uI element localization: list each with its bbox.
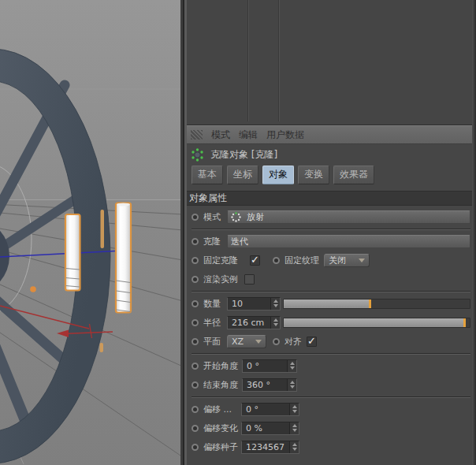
radial-mode-icon bbox=[231, 212, 244, 222]
group-separator bbox=[192, 229, 470, 230]
render-instances-checkbox[interactable] bbox=[244, 274, 255, 285]
keyframe-dot[interactable] bbox=[192, 425, 199, 432]
keyframe-dot[interactable] bbox=[192, 406, 199, 413]
radius-field[interactable]: 216 cm bbox=[227, 316, 281, 329]
chevron-down-icon bbox=[255, 340, 262, 344]
spin-up-icon[interactable] bbox=[292, 424, 297, 427]
keyframe-dot[interactable] bbox=[192, 444, 199, 451]
fix-texture-dropdown[interactable]: 关闭 bbox=[324, 254, 370, 267]
offset-seed-field[interactable]: 1234567 bbox=[241, 441, 299, 454]
chevron-down-icon bbox=[359, 259, 365, 262]
drag-handle-icon[interactable] bbox=[191, 130, 203, 140]
mode-label: 模式 bbox=[203, 211, 227, 223]
end-angle-value: 360 ° bbox=[243, 379, 287, 391]
row-offset: 偏移 ... 0 ° bbox=[192, 402, 470, 416]
spin-down-icon[interactable] bbox=[290, 385, 295, 389]
offset-variation-label: 偏移变化 bbox=[203, 422, 241, 434]
object-title-row: 克隆对象 [克隆] bbox=[187, 144, 476, 165]
panel-right-border bbox=[472, 0, 476, 465]
spinner-arrows[interactable] bbox=[289, 441, 299, 453]
mode-value: 放射 bbox=[247, 211, 264, 223]
clone-dropdown[interactable]: 迭代 bbox=[227, 235, 470, 248]
section-header-object-properties[interactable]: 对象属性 bbox=[187, 191, 476, 206]
radius-label: 半径 bbox=[203, 317, 227, 329]
offset-seed-label: 偏移种子 bbox=[203, 441, 241, 453]
keyframe-dot[interactable] bbox=[273, 257, 280, 264]
fix-clone-checkbox[interactable] bbox=[250, 255, 260, 266]
spinner-arrows[interactable] bbox=[270, 317, 280, 329]
clone-marker-dot[interactable] bbox=[30, 286, 36, 292]
object-title: 克隆对象 [克隆] bbox=[210, 148, 277, 162]
spin-up-icon[interactable] bbox=[292, 443, 297, 446]
keyframe-dot[interactable] bbox=[192, 338, 199, 345]
keyframe-dot[interactable] bbox=[192, 300, 199, 307]
viewport-3d[interactable] bbox=[0, 0, 183, 465]
tab-basic[interactable]: 基本 bbox=[192, 166, 223, 184]
spinner-arrows[interactable] bbox=[287, 379, 296, 391]
radius-value: 216 cm bbox=[228, 317, 270, 329]
clone-value: 迭代 bbox=[231, 236, 248, 247]
end-angle-field[interactable]: 360 ° bbox=[242, 378, 297, 392]
spin-down-icon[interactable] bbox=[292, 429, 297, 432]
spin-down-icon[interactable] bbox=[292, 448, 297, 451]
count-field[interactable]: 10 bbox=[227, 297, 281, 311]
spinner-arrows[interactable] bbox=[287, 360, 296, 372]
clone-bar-selected[interactable] bbox=[65, 214, 80, 291]
keyframe-dot[interactable] bbox=[192, 238, 199, 245]
count-slider[interactable] bbox=[283, 299, 470, 309]
end-angle-label: 结束角度 bbox=[203, 379, 242, 391]
keyframe-dot[interactable] bbox=[192, 257, 199, 264]
keyframe-dot[interactable] bbox=[192, 319, 199, 326]
keyframe-dot[interactable] bbox=[192, 363, 199, 370]
spin-up-icon[interactable] bbox=[290, 362, 295, 365]
offset-variation-field[interactable]: 0 % bbox=[241, 422, 299, 435]
spin-up-icon[interactable] bbox=[292, 405, 297, 408]
spin-up-icon[interactable] bbox=[290, 381, 295, 384]
spin-down-icon[interactable] bbox=[273, 323, 278, 326]
attribute-menubar: 模式 编辑 用户数据 bbox=[187, 125, 476, 144]
offset-field[interactable]: 0 ° bbox=[241, 403, 299, 416]
offset-value: 0 ° bbox=[242, 404, 289, 415]
radius-slider[interactable] bbox=[283, 318, 470, 328]
align-checkbox[interactable] bbox=[307, 337, 317, 347]
row-count: 数量 10 bbox=[192, 296, 470, 311]
fix-clone-label: 固定克隆 bbox=[203, 255, 250, 266]
menu-mode[interactable]: 模式 bbox=[211, 128, 230, 142]
align-label: 对齐 bbox=[284, 336, 307, 348]
spinner-arrows[interactable] bbox=[289, 422, 299, 434]
keyframe-dot[interactable] bbox=[273, 338, 280, 345]
keyframe-dot[interactable] bbox=[192, 214, 199, 221]
row-clone: 克隆 迭代 bbox=[192, 234, 470, 248]
spin-down-icon[interactable] bbox=[290, 366, 295, 370]
clone-bar-selected[interactable] bbox=[116, 203, 131, 313]
fix-texture-label: 固定纹理 bbox=[284, 255, 324, 266]
menu-edit[interactable]: 编辑 bbox=[239, 128, 258, 142]
start-angle-label: 开始角度 bbox=[203, 360, 242, 372]
column-divider bbox=[247, 0, 249, 121]
column-divider bbox=[278, 0, 280, 121]
menu-user-data[interactable]: 用户数据 bbox=[266, 128, 304, 142]
plane-dropdown[interactable]: XZ bbox=[227, 335, 266, 348]
spin-up-icon[interactable] bbox=[273, 299, 278, 303]
tab-object[interactable]: 对象 bbox=[262, 166, 294, 184]
start-angle-field[interactable]: 0 ° bbox=[242, 359, 297, 373]
spin-up-icon[interactable] bbox=[273, 318, 278, 322]
group-separator bbox=[192, 353, 470, 355]
spin-down-icon[interactable] bbox=[292, 410, 297, 413]
panel-empty-area bbox=[187, 0, 476, 125]
keyframe-dot[interactable] bbox=[192, 276, 199, 283]
tab-effectors[interactable]: 效果器 bbox=[333, 166, 374, 184]
attribute-manager-panel: 模式 编辑 用户数据 克隆对象 [克隆] 基本 坐标 对象 变换 效果器 对象属… bbox=[187, 0, 476, 465]
tab-transform[interactable]: 变换 bbox=[298, 166, 329, 184]
spinner-arrows[interactable] bbox=[270, 298, 280, 310]
tab-coordinates[interactable]: 坐标 bbox=[227, 166, 258, 184]
row-offset-seed: 偏移种子 1234567 bbox=[192, 440, 470, 454]
row-fix-clone-texture: 固定克隆 固定纹理 关闭 bbox=[192, 253, 470, 267]
mode-dropdown[interactable]: 放射 bbox=[227, 210, 470, 224]
spinner-arrows[interactable] bbox=[289, 404, 299, 415]
offset-seed-value: 1234567 bbox=[242, 441, 289, 453]
keyframe-dot[interactable] bbox=[192, 381, 199, 389]
group-separator bbox=[192, 291, 470, 292]
spin-down-icon[interactable] bbox=[273, 304, 278, 307]
count-value: 10 bbox=[228, 298, 270, 310]
